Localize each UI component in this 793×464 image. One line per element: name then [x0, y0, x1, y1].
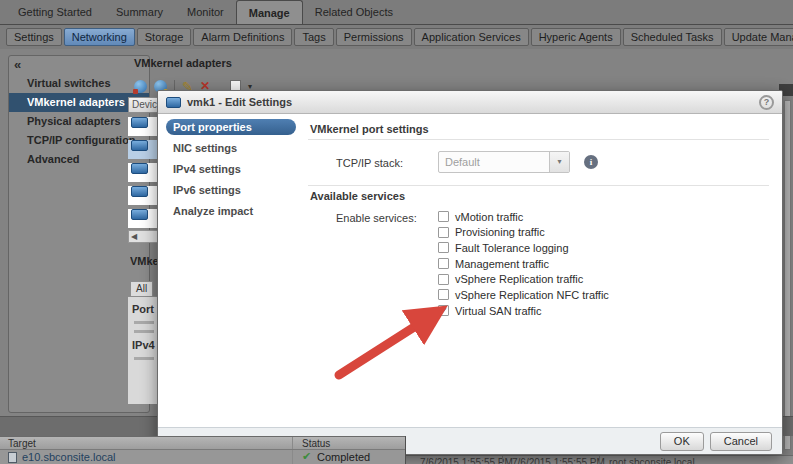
- checkbox-icon[interactable]: [438, 242, 449, 253]
- service-label: Provisioning traffic: [455, 226, 545, 238]
- host-icon: [8, 452, 17, 463]
- service-label: vSphere Replication NFC traffic: [455, 289, 609, 301]
- details-text-fragment: [134, 330, 154, 333]
- vmk-adapter-icon: [131, 163, 148, 174]
- task-status: Completed: [317, 451, 370, 463]
- dialog-nav-port-properties[interactable]: Port properties: [166, 119, 296, 135]
- dialog-content: VMkernel port settings TCP/IP stack: Def…: [304, 115, 781, 427]
- tab-manage[interactable]: Manage: [236, 0, 303, 24]
- adapter-details-pane: Port properties IPv4 settings: [128, 296, 158, 404]
- task-row[interactable]: e10.sbconsite.local ✔ Completed: [0, 450, 405, 464]
- subtab-application-services[interactable]: Application Services: [414, 28, 529, 46]
- vmk-adapter-icon: [131, 140, 148, 151]
- details-section-heading: IPv4 settings: [132, 339, 158, 351]
- ok-button[interactable]: OK: [660, 432, 704, 451]
- horizontal-scrollbar[interactable]: ◀: [128, 230, 158, 243]
- service-vmotion-traffic[interactable]: vMotion traffic: [438, 210, 609, 223]
- vmk-adapter-icon: [131, 186, 148, 197]
- section-heading-port-settings: VMkernel port settings: [310, 123, 429, 135]
- manage-subtab-bar: Settings Networking Storage Alarm Defini…: [0, 25, 793, 49]
- subtab-settings[interactable]: Settings: [6, 28, 62, 46]
- details-text-fragment: [134, 357, 154, 360]
- service-label: vMotion traffic: [455, 211, 523, 223]
- task-completion-time-fragment: 7/6/2015 1:55:55 PM: [512, 457, 605, 464]
- subtab-update-manager[interactable]: Update Manager: [724, 28, 793, 46]
- vmk-adapter-icon: [131, 117, 148, 128]
- subtab-networking[interactable]: Networking: [64, 28, 135, 46]
- table-row[interactable]: [128, 186, 158, 205]
- tcpip-stack-select[interactable]: Default ▾: [438, 151, 570, 173]
- section-heading-available-services: Available services: [310, 190, 405, 202]
- vsphere-web-client: Getting Started Summary Monitor Manage R…: [0, 0, 793, 464]
- details-tab-all[interactable]: All: [130, 281, 153, 296]
- table-row[interactable]: [128, 140, 158, 159]
- dialog-nav-ipv6-settings[interactable]: IPv6 settings: [166, 182, 296, 198]
- subtab-hyperic-agents[interactable]: Hyperic Agents: [531, 28, 621, 46]
- dialog-title: vmk1 - Edit Settings: [187, 96, 753, 108]
- task-start-time-fragment: 7/6/2015 1:55:55 PM: [420, 457, 513, 464]
- dialog-nav-ipv4-settings[interactable]: IPv4 settings: [166, 161, 296, 177]
- vertical-scrollbar[interactable]: [784, 100, 791, 450]
- task-success-icon: ✔: [302, 450, 311, 463]
- target-column-header[interactable]: Target: [8, 438, 36, 449]
- column-separator: [292, 450, 293, 464]
- column-separator: [502, 456, 503, 464]
- column-separator: [292, 437, 293, 449]
- checkbox-icon[interactable]: [438, 258, 449, 269]
- tab-related-objects[interactable]: Related Objects: [303, 0, 405, 24]
- adapter-details-title: VMkernel network adapter: [130, 255, 158, 267]
- tcpip-stack-label: TCP/IP stack:: [336, 157, 403, 169]
- table-row[interactable]: [128, 117, 158, 136]
- edit-settings-dialog: vmk1 - Edit Settings ? Port properties N…: [157, 90, 783, 455]
- section-divider: [308, 139, 769, 140]
- service-label: Virtual SAN traffic: [455, 305, 541, 317]
- service-provisioning-traffic[interactable]: Provisioning traffic: [438, 226, 609, 239]
- select-caret-icon[interactable]: ▾: [549, 152, 569, 172]
- dialog-title-bar[interactable]: vmk1 - Edit Settings ?: [158, 91, 782, 114]
- dialog-nav-analyze-impact[interactable]: Analyze impact: [166, 203, 296, 219]
- task-target[interactable]: e10.sbconsite.local: [22, 451, 116, 463]
- service-label: Fault Tolerance logging: [455, 242, 569, 254]
- subtab-alarm-definitions[interactable]: Alarm Definitions: [193, 28, 292, 46]
- cancel-button[interactable]: Cancel: [710, 432, 772, 451]
- add-host-networking-icon[interactable]: [134, 80, 147, 93]
- tasks-header-row: Target Status: [0, 436, 405, 450]
- section-divider: [308, 185, 769, 186]
- table-row[interactable]: [128, 163, 158, 182]
- checkbox-icon[interactable]: [438, 211, 449, 222]
- subtab-storage[interactable]: Storage: [137, 28, 192, 46]
- enable-services-label: Enable services:: [336, 212, 417, 224]
- checkbox-icon[interactable]: [438, 274, 449, 285]
- panel-title: VMkernel adapters: [134, 57, 232, 69]
- collapse-sidebar-icon[interactable]: «: [14, 57, 21, 72]
- service-label: vSphere Replication traffic: [455, 273, 583, 285]
- service-management-traffic[interactable]: Management traffic: [438, 257, 609, 270]
- scroll-left-icon[interactable]: ◀: [131, 232, 137, 241]
- table-row[interactable]: [128, 209, 158, 228]
- device-column-header[interactable]: Device: [128, 97, 158, 113]
- details-text-fragment: [134, 321, 154, 324]
- service-vsphere-replication-traffic[interactable]: vSphere Replication traffic: [438, 273, 609, 286]
- dialog-nav: Port properties NIC settings IPv4 settin…: [158, 115, 304, 427]
- red-annotation-arrow-icon: [314, 290, 464, 400]
- column-separator: [599, 456, 600, 464]
- subtab-scheduled-tasks[interactable]: Scheduled Tasks: [623, 28, 722, 46]
- help-icon[interactable]: ?: [759, 95, 774, 110]
- vmk-adapter-icon: [131, 209, 148, 220]
- status-column-header[interactable]: Status: [302, 438, 330, 449]
- info-icon[interactable]: i: [584, 155, 598, 169]
- subtab-permissions[interactable]: Permissions: [336, 28, 412, 46]
- details-section-heading: Port properties: [132, 303, 158, 315]
- sidebar-item-virtual-switches[interactable]: Virtual switches: [9, 74, 149, 93]
- vmkernel-adapter-table-fragment: Device ◀ VMkernel network adapter All Po…: [128, 95, 158, 407]
- object-tab-bar: Getting Started Summary Monitor Manage R…: [0, 0, 793, 25]
- vmk-adapter-icon: [166, 97, 181, 108]
- tab-summary[interactable]: Summary: [104, 0, 175, 24]
- service-fault-tolerance-logging[interactable]: Fault Tolerance logging: [438, 241, 609, 254]
- task-initiator-fragment: root.sbconsite.local: [609, 457, 695, 464]
- tab-monitor[interactable]: Monitor: [175, 0, 236, 24]
- subtab-tags[interactable]: Tags: [294, 28, 333, 46]
- checkbox-icon[interactable]: [438, 227, 449, 238]
- dialog-nav-nic-settings[interactable]: NIC settings: [166, 140, 296, 156]
- tab-getting-started[interactable]: Getting Started: [6, 0, 104, 24]
